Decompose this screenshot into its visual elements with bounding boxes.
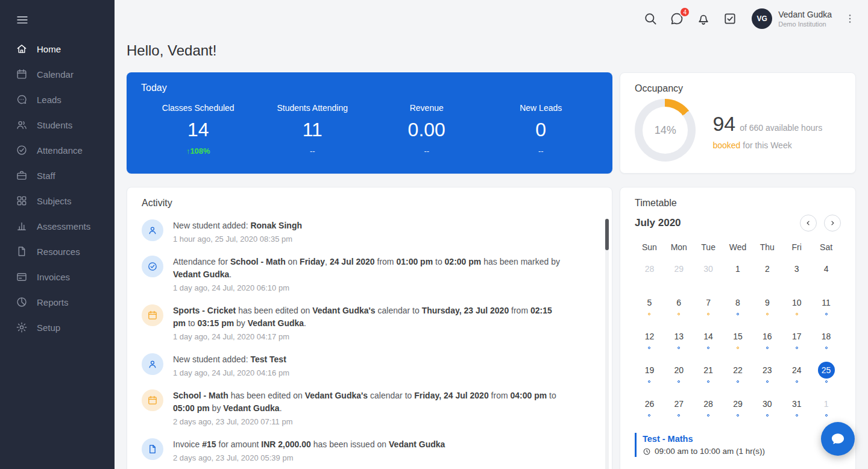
occupancy-text-after: for this Week <box>740 140 791 150</box>
calendar-day-26[interactable]: 26 <box>635 391 664 424</box>
calendar-day-25[interactable]: 25 <box>811 357 841 391</box>
activity-scrollbar-track[interactable] <box>605 219 609 469</box>
avatar[interactable]: VG <box>752 8 772 29</box>
calendar-day-30[interactable]: 30 <box>694 256 723 289</box>
calendar-day-6[interactable]: 6 <box>664 289 694 323</box>
app-root: HomeCalendarLeadsStudentsAttendanceStaff… <box>0 0 868 469</box>
day-number: 19 <box>641 362 658 379</box>
calendar-day-30[interactable]: 30 <box>752 391 782 424</box>
activity-card: Activity New student added: Ronak Singh1… <box>127 187 612 469</box>
calendar-day-7[interactable]: 7 <box>694 289 723 323</box>
event-dot <box>707 347 709 349</box>
document-icon <box>142 438 163 460</box>
calendar-day-17[interactable]: 17 <box>782 323 811 357</box>
main-content: 4 VG Vedant Gudka Demo Institution Hello… <box>115 0 868 469</box>
calendar-day-22[interactable]: 22 <box>723 357 753 391</box>
activity-scrollbar-thumb[interactable] <box>605 219 609 250</box>
calendar-day-1[interactable]: 1 <box>811 391 841 424</box>
calendar-day-31[interactable]: 31 <box>782 391 811 424</box>
sidebar-item-label: Assessments <box>37 221 90 231</box>
calendar-day-14[interactable]: 14 <box>694 323 723 357</box>
activity-body: New student added: Test Test1 day ago, 2… <box>173 353 289 377</box>
sidebar-item-students[interactable]: Students <box>0 112 115 137</box>
activity-body: School - Math has been edited on Vedant … <box>173 389 562 426</box>
activity-text: Invoice #15 for amount INR 2,000.00 has … <box>173 438 445 451</box>
activity-body: Invoice #15 for amount INR 2,000.00 has … <box>173 438 445 462</box>
calendar-day-18[interactable]: 18 <box>811 323 841 357</box>
calendar-day-15[interactable]: 15 <box>723 323 753 357</box>
kebab-menu-icon[interactable] <box>844 11 856 26</box>
stat-label: Revenue <box>370 103 484 113</box>
sidebar-item-subjects[interactable]: Subjects <box>0 188 115 213</box>
calendar-day-19[interactable]: 19 <box>635 357 664 391</box>
sidebar-item-label: Students <box>37 120 72 130</box>
calendar-day-3[interactable]: 3 <box>782 256 811 289</box>
weekday-label: Tue <box>694 240 723 256</box>
calendar-day-23[interactable]: 23 <box>752 357 782 391</box>
calendar-day-28[interactable]: 28 <box>635 256 664 289</box>
day-number: 28 <box>641 260 658 277</box>
search-icon[interactable] <box>643 11 658 26</box>
calendar-day-4[interactable]: 4 <box>811 256 841 289</box>
calendar-day-12[interactable]: 12 <box>635 323 664 357</box>
intercom-launcher[interactable] <box>821 422 855 456</box>
calendar-day-27[interactable]: 27 <box>664 391 694 424</box>
notifications-bell-icon[interactable] <box>696 11 711 26</box>
weekday-label: Sat <box>811 240 841 256</box>
sidebar-item-home[interactable]: Home <box>0 36 115 61</box>
sidebar-item-assessments[interactable]: Assessments <box>0 213 115 239</box>
event-dot <box>648 380 650 383</box>
day-number: 1 <box>729 260 746 277</box>
tasks-icon[interactable] <box>723 11 737 26</box>
event-dot <box>678 313 680 315</box>
activity-list: New student added: Ronak Singh1 hour ago… <box>142 213 597 468</box>
sidebar-item-staff[interactable]: Staff <box>0 163 115 188</box>
sidebar-item-reports[interactable]: Reports <box>0 289 115 315</box>
hamburger-menu-icon[interactable] <box>0 6 115 36</box>
activity-text: Sports - Cricket has been edited on Veda… <box>173 304 562 330</box>
day-number: 2 <box>759 260 776 277</box>
sidebar-item-attendance[interactable]: Attendance <box>0 137 115 163</box>
timetable-title: Timetable <box>635 198 841 209</box>
calendar-day-5[interactable]: 5 <box>635 289 664 323</box>
sidebar-item-invoices[interactable]: Invoices <box>0 264 115 289</box>
calendar-day-29[interactable]: 29 <box>723 391 753 424</box>
sidebar-item-label: Subjects <box>37 196 72 206</box>
day-number: 15 <box>729 328 746 345</box>
calendar-day-24[interactable]: 24 <box>782 357 811 391</box>
calendar-day-28[interactable]: 28 <box>694 391 723 424</box>
weekday-label: Fri <box>782 240 811 256</box>
prev-month-button[interactable] <box>800 215 817 231</box>
activity-title: Activity <box>142 198 597 209</box>
calendar-day-9[interactable]: 9 <box>752 289 782 323</box>
user-menu[interactable]: VG Vedant Gudka Demo Institution <box>752 8 832 29</box>
timetable-event[interactable]: Test - Maths 09:00 am to 10:00 am (1 hr(… <box>635 433 841 457</box>
calendar-day-21[interactable]: 21 <box>694 357 723 391</box>
calendar-day-11[interactable]: 11 <box>811 289 841 323</box>
calendar-day-2[interactable]: 2 <box>752 256 782 289</box>
stat-value: 0.00 <box>370 119 484 141</box>
sidebar-item-setup[interactable]: Setup <box>0 315 115 340</box>
calendar-day-16[interactable]: 16 <box>752 323 782 357</box>
month-label: July 2020 <box>635 217 681 229</box>
sidebar-item-leads[interactable]: Leads <box>0 87 115 112</box>
occupancy-hours: 94 <box>712 112 735 135</box>
calendar-day-20[interactable]: 20 <box>664 357 694 391</box>
resources-icon <box>16 245 28 257</box>
day-number: 3 <box>788 260 805 277</box>
event-dot <box>766 347 769 349</box>
calendar-day-1[interactable]: 1 <box>723 256 753 289</box>
calendar-day-29[interactable]: 29 <box>664 256 694 289</box>
calendar-day-13[interactable]: 13 <box>664 323 694 357</box>
activity-timestamp: 1 day ago, 24 Jul, 2020 04:16 pm <box>173 368 289 377</box>
students-icon <box>16 119 28 131</box>
calendar-day-8[interactable]: 8 <box>723 289 753 323</box>
chat-icon[interactable]: 4 <box>670 11 684 26</box>
event-dot <box>678 347 680 349</box>
sidebar-item-resources[interactable]: Resources <box>0 239 115 264</box>
sidebar-item-calendar[interactable]: Calendar <box>0 61 115 87</box>
next-month-button[interactable] <box>824 215 841 231</box>
chat-bubble-icon <box>829 430 846 447</box>
day-number: 6 <box>670 294 687 311</box>
calendar-day-10[interactable]: 10 <box>782 289 811 323</box>
